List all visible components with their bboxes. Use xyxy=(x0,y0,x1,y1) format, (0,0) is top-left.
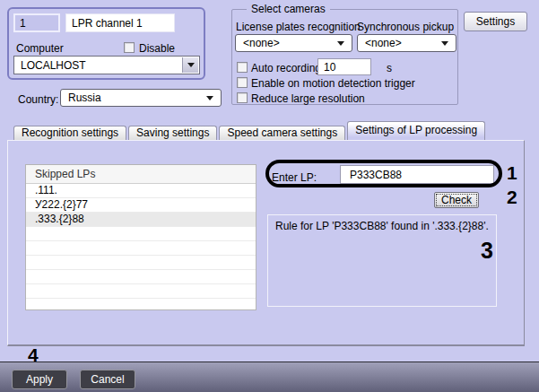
list-item-empty xyxy=(26,241,256,256)
disable-checkbox[interactable] xyxy=(124,42,135,53)
check-button[interactable]: Check xyxy=(434,192,479,208)
footer-bar: Apply Cancel xyxy=(0,362,539,392)
apply-button[interactable]: Apply xyxy=(12,370,67,389)
country-select-value: Russia xyxy=(68,91,101,104)
auto-recording-seconds-field[interactable] xyxy=(317,58,371,75)
computer-select[interactable]: LOCALHOST xyxy=(13,56,200,74)
select-cameras-group: Select cameras License plates recognitio… xyxy=(231,9,458,105)
list-item-selected[interactable]: .333.{2}88 xyxy=(26,213,256,227)
skipped-lps-header: Skipped LPs xyxy=(26,165,256,184)
select-cameras-title: Select cameras xyxy=(247,3,330,15)
annotation-marker-3: 3 xyxy=(481,238,493,264)
annotation-marker-4: 4 xyxy=(28,344,39,366)
settings-button[interactable]: Settings xyxy=(464,12,527,31)
list-item-empty xyxy=(26,284,256,299)
motion-trigger-checkbox[interactable] xyxy=(237,77,248,88)
sync-pickup-label: Synchronous pickup xyxy=(357,21,454,33)
lpr-channel-settings-dialog: Computer Disable LOCALHOST Country: Russ… xyxy=(0,0,539,392)
computer-select-value: LOCALHOST xyxy=(21,58,86,73)
list-item[interactable]: У222.{2}77 xyxy=(26,198,256,213)
list-item-empty xyxy=(26,270,256,284)
chevron-down-icon xyxy=(187,63,195,67)
seconds-unit-label: s xyxy=(387,62,392,74)
enter-lp-label: Enter LP: xyxy=(272,171,317,184)
reduce-resolution-label: Reduce large resolution xyxy=(251,92,365,105)
lpr-camera-select-value: <none> xyxy=(243,37,280,49)
skipped-lps-list: Skipped LPs .111. У222.{2}77 .333.{2}88 xyxy=(25,164,256,310)
settings-tab-bar: Recognition settings Saving settings Spe… xyxy=(13,122,485,140)
reduce-resolution-checkbox[interactable] xyxy=(237,92,248,103)
chevron-down-icon xyxy=(206,96,213,100)
annotation-marker-2: 2 xyxy=(507,187,517,208)
channel-group: Computer Disable LOCALHOST xyxy=(7,7,205,80)
sync-pickup-select-value: <none> xyxy=(365,37,402,49)
computer-label: Computer xyxy=(16,42,64,55)
cancel-button[interactable]: Cancel xyxy=(80,370,135,389)
auto-recording-checkbox[interactable] xyxy=(237,62,248,73)
rule-result-box: Rule for LP 'P333CB88' found in '.333.{2… xyxy=(267,214,497,307)
tab-recognition-settings[interactable]: Recognition settings xyxy=(13,126,126,140)
chevron-down-icon xyxy=(441,41,448,46)
channel-number-field[interactable] xyxy=(13,13,60,32)
lpr-camera-select[interactable]: <none> xyxy=(235,34,352,52)
list-item-empty xyxy=(26,227,256,241)
list-item[interactable]: .111. xyxy=(26,184,256,198)
tab-settings-of-lp-processing[interactable]: Settings of LP processing xyxy=(347,121,485,140)
annotation-marker-1: 1 xyxy=(507,162,517,184)
country-select[interactable]: Russia xyxy=(60,89,222,107)
chevron-down-icon xyxy=(337,41,344,46)
enter-lp-input[interactable] xyxy=(340,165,494,184)
list-item-empty xyxy=(26,299,256,310)
lpr-camera-label: License plates recognition xyxy=(236,21,361,33)
tab-saving-settings[interactable]: Saving settings xyxy=(128,126,217,140)
lp-processing-tab-page: Skipped LPs .111. У222.{2}77 .333.{2}88 … xyxy=(7,140,525,346)
computer-select-arrow-button[interactable] xyxy=(182,57,198,73)
list-item-empty xyxy=(26,256,256,270)
auto-recording-label: Auto recording xyxy=(251,62,321,74)
tab-speed-camera-settings[interactable]: Speed camera settings xyxy=(219,126,345,140)
sync-pickup-select[interactable]: <none> xyxy=(357,34,456,52)
country-label: Country: xyxy=(18,93,58,106)
disable-label: Disable xyxy=(139,42,175,55)
motion-trigger-label: Enable on motion detection trigger xyxy=(251,77,415,90)
channel-name-field[interactable] xyxy=(65,13,175,32)
